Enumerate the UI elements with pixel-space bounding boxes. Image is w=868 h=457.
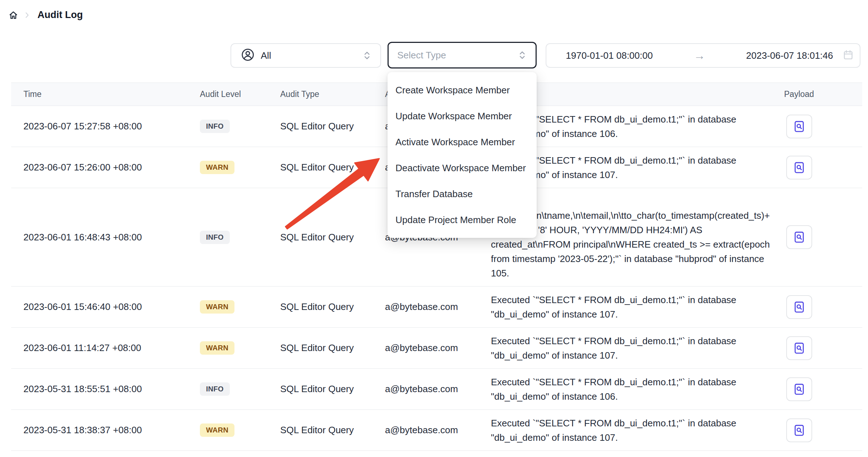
cell-comment: Executed `"SELECT * FROM db_ui_demo.t1;"… <box>491 410 779 451</box>
cell-time: 2023-06-01 16:48:43 +08:00 <box>11 232 200 243</box>
audit-level-badge: WARN <box>200 341 234 355</box>
cell-actor: a@bytebase.com <box>385 342 491 354</box>
user-filter-select[interactable]: All <box>231 43 381 68</box>
dropdown-item[interactable]: Activate Workspace Member <box>388 129 537 155</box>
cell-audit-type: SQL Editor Query <box>280 162 385 173</box>
column-header-audit-type: Audit Type <box>280 89 385 99</box>
audit-level-badge: WARN <box>200 300 234 314</box>
cell-actor: a@bytebase.com <box>385 383 491 395</box>
audit-level-badge: INFO <box>200 120 230 133</box>
arrow-right-icon: → <box>694 50 705 61</box>
cell-audit-type: SQL Editor Query <box>280 232 385 243</box>
chevron-right-icon <box>23 11 31 19</box>
cell-actor: a@bytebase.com <box>385 425 491 436</box>
column-header-payload: Payload <box>779 89 862 99</box>
payload-view-button[interactable] <box>786 225 812 249</box>
table-row: 2023-05-31 18:38:37 +08:00 WARN SQL Edit… <box>11 410 862 451</box>
cell-time: 2023-05-31 18:55:51 +08:00 <box>11 383 200 395</box>
cell-time: 2023-06-07 15:26:00 +08:00 <box>11 162 200 173</box>
breadcrumb: Audit Log <box>8 9 83 21</box>
type-filter-placeholder: Select Type <box>397 50 446 61</box>
cell-audit-type: SQL Editor Query <box>280 425 385 436</box>
table-row: 2023-06-01 15:46:40 +08:00 WARN SQL Edit… <box>11 287 862 328</box>
cell-time: 2023-05-31 18:38:37 +08:00 <box>11 425 200 436</box>
audit-level-badge: INFO <box>200 382 230 396</box>
cell-comment: Executed `"SELECT * FROM db_ui_demo.t1;"… <box>491 287 779 327</box>
cell-actor: a@bytebase.com <box>385 301 491 312</box>
cell-audit-type: SQL Editor Query <box>280 121 385 132</box>
cell-time: 2023-06-07 15:27:58 +08:00 <box>11 121 200 132</box>
dropdown-item[interactable]: Update Workspace Member <box>388 103 537 129</box>
payload-view-button[interactable] <box>786 295 812 319</box>
home-icon[interactable] <box>8 10 19 21</box>
table-row: 2023-06-01 11:14:27 +08:00 WARN SQL Edit… <box>11 328 862 369</box>
audit-level-badge: WARN <box>200 423 234 437</box>
cell-audit-type: SQL Editor Query <box>280 342 385 354</box>
payload-view-button[interactable] <box>786 156 812 179</box>
type-filter-select[interactable]: Select Type <box>388 42 537 68</box>
payload-view-button[interactable] <box>786 115 812 138</box>
table-row: 2023-05-31 18:55:51 +08:00 INFO SQL Edit… <box>11 369 862 410</box>
user-circle-icon <box>241 48 255 63</box>
payload-view-button[interactable] <box>786 418 812 442</box>
cell-comment: Executed `"SELECT * FROM db_ui_demo.t1;"… <box>491 328 779 368</box>
column-header-audit-level: Audit Level <box>200 89 280 99</box>
user-filter-value: All <box>261 50 271 61</box>
type-dropdown-menu: Create Workspace Member Update Workspace… <box>388 72 537 238</box>
column-header-time: Time <box>11 89 200 99</box>
chevron-up-down-icon <box>362 50 372 61</box>
dropdown-item[interactable]: Transfer Database <box>388 181 537 207</box>
dropdown-item[interactable]: Update Project Member Role <box>388 207 537 233</box>
cell-audit-type: SQL Editor Query <box>280 383 385 395</box>
payload-view-button[interactable] <box>786 377 812 401</box>
date-from[interactable]: 1970-01-01 08:00:00 <box>566 50 653 61</box>
dropdown-item[interactable]: Create Workspace Member <box>388 77 537 103</box>
cell-time: 2023-06-01 15:46:40 +08:00 <box>11 301 200 312</box>
cell-time: 2023-06-01 11:14:27 +08:00 <box>11 342 200 354</box>
date-range-picker[interactable]: 1970-01-01 08:00:00 → 2023-06-07 18:01:4… <box>546 43 860 68</box>
payload-view-button[interactable] <box>786 336 812 360</box>
audit-log-page: Audit Log All Select Type 1970-01-01 08:… <box>0 0 868 457</box>
chevron-up-down-icon <box>517 50 528 61</box>
page-title: Audit Log <box>37 9 83 21</box>
calendar-icon <box>842 49 854 62</box>
cell-comment: Executed `"SELECT * FROM db_ui_demo.t1;"… <box>491 369 779 409</box>
date-to[interactable]: 2023-06-07 18:01:46 <box>746 50 833 61</box>
audit-level-badge: INFO <box>200 231 230 244</box>
dropdown-item[interactable]: Deactivate Workspace Member <box>388 155 537 181</box>
audit-level-badge: WARN <box>200 161 234 174</box>
cell-audit-type: SQL Editor Query <box>280 301 385 312</box>
